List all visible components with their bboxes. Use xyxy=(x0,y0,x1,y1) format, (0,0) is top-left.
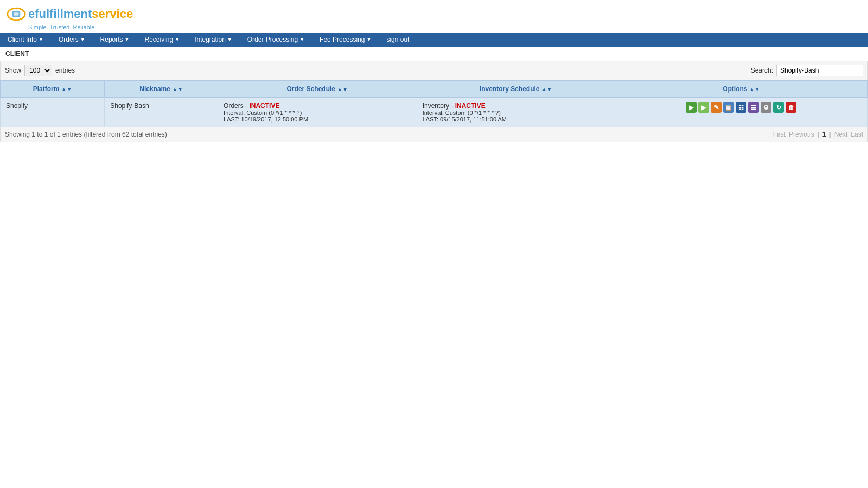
navbar: Client Info ▼ Orders ▼ Reports ▼ Receivi… xyxy=(0,33,868,47)
action-copy-button[interactable]: 📋 xyxy=(723,102,734,113)
action-delete-button[interactable]: 🗑 xyxy=(786,102,796,113)
inventory-label: Inventory - xyxy=(423,102,455,110)
order-schedule-interval: Interval: Custom (0 */1 * * * ?) xyxy=(224,110,411,116)
entries-label: entries xyxy=(55,67,75,74)
action-list-button[interactable]: ☰ xyxy=(748,102,759,113)
pagination-next[interactable]: Next xyxy=(834,131,848,138)
action-refresh-button[interactable]: ↻ xyxy=(773,102,784,113)
cell-inventory-schedule: Inventory - INACTIVE Interval: Custom (0… xyxy=(417,98,615,127)
options-sort-icon: ▲▼ xyxy=(749,86,760,92)
col-platform[interactable]: Platform ▲▼ xyxy=(1,81,105,98)
search-label: Search: xyxy=(751,67,773,74)
table-footer: Showing 1 to 1 of 1 entries (filtered fr… xyxy=(0,127,868,142)
logo-container: efulfillment service Simple. Trusted. Re… xyxy=(7,4,861,30)
logo-brand: efulfillment service xyxy=(28,8,133,21)
logo-brand-efulfillment: efulfillment service xyxy=(28,8,133,21)
pagination: First Previous | 1 | Next Last xyxy=(773,131,863,138)
order-schedule-sort-icon: ▲▼ xyxy=(337,86,348,92)
cell-nickname: Shopify-Bash xyxy=(105,98,218,127)
action-edit-button[interactable]: ✎ xyxy=(711,102,722,113)
col-options[interactable]: Options ▲▼ xyxy=(615,81,867,98)
pagination-previous[interactable]: Previous xyxy=(789,131,814,138)
nav-fee-processing[interactable]: Fee Processing ▼ xyxy=(312,33,379,47)
showing-text: Showing 1 to 1 of 1 entries (filtered fr… xyxy=(5,131,167,138)
nav-reports-arrow: ▼ xyxy=(125,37,130,42)
table-row: Shopify Shopify-Bash Orders - INACTIVE I… xyxy=(1,98,868,127)
nav-orders-arrow: ▼ xyxy=(80,37,85,42)
nav-integration-arrow: ▼ xyxy=(227,37,232,42)
nav-client-info[interactable]: Client Info ▼ xyxy=(0,33,51,47)
nav-sign-out[interactable]: sign out xyxy=(379,33,417,47)
page-title: CLIENT xyxy=(0,47,868,61)
nav-fee-processing-arrow: ▼ xyxy=(366,37,371,42)
nav-receiving-arrow: ▼ xyxy=(175,37,180,42)
col-inventory-schedule[interactable]: Inventory Schedule ▲▼ xyxy=(417,81,615,98)
logo-icon xyxy=(7,4,26,24)
col-nickname[interactable]: Nickname ▲▼ xyxy=(105,81,218,98)
action-grid-button[interactable]: ☷ xyxy=(736,102,746,113)
logo-text: efulfillment service xyxy=(7,4,133,24)
entries-select[interactable]: 10 25 50 100 xyxy=(24,65,52,76)
action-icons: ▶ ▶ ✎ 📋 ☷ ☰ ⚙ ↻ 🗑 xyxy=(621,102,862,113)
cell-options: ▶ ▶ ✎ 📋 ☷ ☰ ⚙ ↻ 🗑 xyxy=(615,98,867,127)
table-controls: Show 10 25 50 100 entries Search: xyxy=(0,61,868,80)
pagination-first[interactable]: First xyxy=(773,131,786,138)
inventory-schedule-sort-icon: ▲▼ xyxy=(541,86,552,92)
svg-rect-2 xyxy=(14,12,19,15)
nav-order-processing[interactable]: Order Processing ▼ xyxy=(240,33,312,47)
data-table: Platform ▲▼ Nickname ▲▼ Order Schedule ▲… xyxy=(0,80,868,127)
cell-platform: Shopify xyxy=(1,98,105,127)
nav-reports[interactable]: Reports ▼ xyxy=(93,33,137,47)
order-schedule-last: LAST: 10/19/2017, 12:50:00 PM xyxy=(224,116,411,123)
pagination-page-1[interactable]: 1 xyxy=(822,131,826,138)
inventory-schedule-last: LAST: 09/15/2017, 11:51:00 AM xyxy=(423,116,609,123)
logo-tagline: Simple. Trusted. Reliable. xyxy=(7,24,96,30)
inventory-schedule-interval: Interval: Custom (0 */1 * * * ?) xyxy=(423,110,609,116)
show-label: Show xyxy=(5,67,21,74)
show-entries: Show 10 25 50 100 entries xyxy=(5,65,75,76)
inventory-inactive-label: INACTIVE xyxy=(455,102,486,110)
orders-label: Orders - xyxy=(224,102,249,110)
col-order-schedule[interactable]: Order Schedule ▲▼ xyxy=(218,81,417,98)
nav-orders[interactable]: Orders ▼ xyxy=(51,33,93,47)
nav-client-info-arrow: ▼ xyxy=(39,37,43,42)
table-header-row: Platform ▲▼ Nickname ▲▼ Order Schedule ▲… xyxy=(1,81,868,98)
search-input[interactable] xyxy=(776,65,863,76)
nav-order-processing-arrow: ▼ xyxy=(299,37,304,42)
action-settings-button[interactable]: ⚙ xyxy=(761,102,771,113)
inventory-schedule-status: Inventory - INACTIVE xyxy=(423,102,609,110)
nav-integration[interactable]: Integration ▼ xyxy=(187,33,240,47)
nickname-sort-icon: ▲▼ xyxy=(172,86,183,92)
search-container: Search: xyxy=(751,65,863,76)
pagination-last[interactable]: Last xyxy=(851,131,863,138)
orders-inactive-label: INACTIVE xyxy=(249,102,279,110)
platform-sort-icon: ▲▼ xyxy=(61,86,72,92)
pagination-separator-left: | xyxy=(818,131,819,138)
action-play-button[interactable]: ▶ xyxy=(686,102,697,113)
order-schedule-status: Orders - INACTIVE xyxy=(224,102,411,110)
nav-receiving[interactable]: Receiving ▼ xyxy=(137,33,188,47)
header: efulfillment service Simple. Trusted. Re… xyxy=(0,0,868,33)
cell-order-schedule: Orders - INACTIVE Interval: Custom (0 */… xyxy=(218,98,417,127)
pagination-separator-right: | xyxy=(829,131,831,138)
action-play2-button[interactable]: ▶ xyxy=(698,102,709,113)
